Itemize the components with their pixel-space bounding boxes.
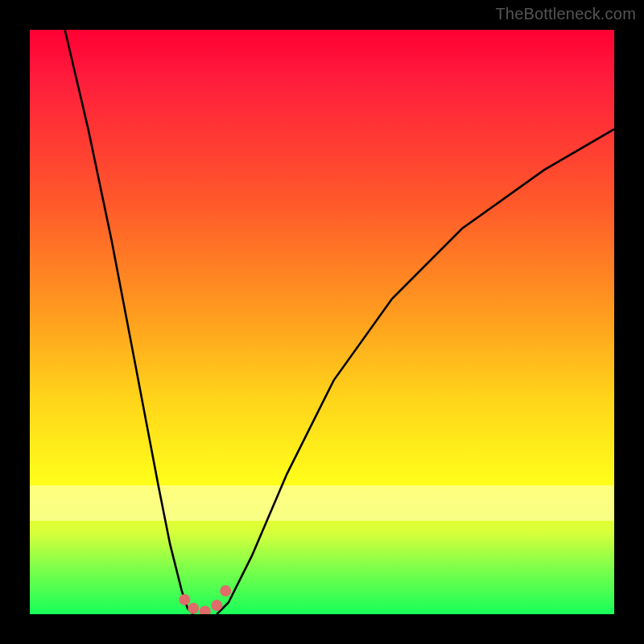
curve-right-branch bbox=[217, 129, 614, 614]
plot-area bbox=[30, 30, 614, 614]
trough-marker bbox=[188, 603, 199, 614]
chart-frame: TheBottleneck.com bbox=[0, 0, 644, 644]
trough-marker bbox=[200, 605, 211, 614]
curve-svg bbox=[30, 30, 614, 614]
trough-markers bbox=[179, 585, 231, 614]
trough-marker bbox=[220, 585, 231, 597]
watermark-text: TheBottleneck.com bbox=[495, 5, 636, 23]
trough-marker bbox=[211, 600, 222, 611]
trough-marker bbox=[179, 594, 190, 605]
curve-left-branch bbox=[65, 30, 194, 614]
